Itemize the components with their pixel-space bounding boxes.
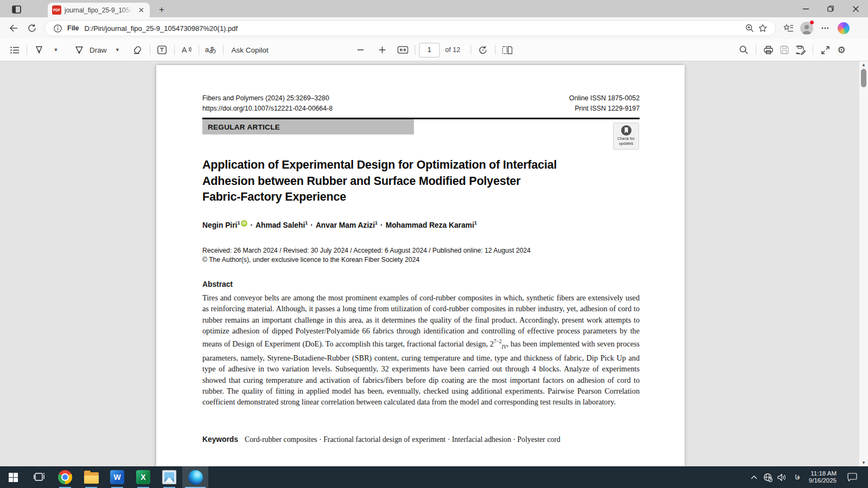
keywords-text: Cord-rubber composites · Fractional fact…: [245, 435, 560, 444]
address-scheme-label: File: [67, 24, 79, 32]
scroll-down-icon[interactable]: ▼: [859, 460, 868, 465]
taskbar-edge-active[interactable]: [182, 466, 208, 488]
browser-menu-icon[interactable]: [817, 20, 833, 36]
zoom-page-icon[interactable]: [743, 22, 756, 35]
search-icon[interactable]: [736, 42, 752, 58]
toolbar-right-group: ⚙: [736, 42, 850, 58]
network-globe-icon[interactable]: [761, 466, 775, 488]
copilot-icon[interactable]: [835, 20, 852, 36]
tab-close-icon[interactable]: [137, 6, 145, 15]
address-url[interactable]: D:/Piri/journal_fipo_25-9_1054730987%20(…: [85, 24, 743, 33]
eraser-icon[interactable]: [130, 42, 146, 58]
save-as-icon[interactable]: [793, 42, 809, 58]
journal-header: Fibers and Polymers (2024) 25:3269–3280 …: [202, 93, 333, 114]
new-tab-button[interactable]: +: [155, 3, 168, 16]
info-icon[interactable]: [51, 22, 64, 35]
author[interactable]: Mohammad Reza Karami1: [386, 221, 477, 229]
translate-icon[interactable]: aあ: [203, 42, 219, 58]
save-icon: [776, 42, 793, 58]
favorites-list-icon[interactable]: [780, 20, 796, 36]
favorite-star-icon[interactable]: [756, 22, 769, 35]
tab-actions-menu-icon[interactable]: [9, 3, 24, 16]
language-indicator[interactable]: فا: [789, 473, 806, 481]
page-controls: 1 of 12: [353, 42, 516, 58]
system-tray: فا 11:18 AM 9/16/2025: [747, 466, 868, 488]
address-bar-row: File D:/Piri/journal_fipo_25-9_105473098…: [0, 17, 868, 39]
pdf-file-icon: PDF: [52, 5, 61, 15]
windows-taskbar: W X فا 11:18 AM 9/16/2025: [0, 466, 868, 488]
address-bar[interactable]: File D:/Piri/journal_fipo_25-9_105473098…: [44, 20, 776, 36]
page-view-icon[interactable]: [499, 42, 515, 58]
taskbar-file-explorer[interactable]: [78, 466, 104, 488]
zoom-in-icon[interactable]: [374, 42, 391, 58]
fit-to-width-icon[interactable]: [395, 42, 411, 58]
pdf-viewer: Fibers and Polymers (2024) 25:3269–3280 …: [0, 61, 868, 466]
print-icon[interactable]: [760, 42, 776, 58]
issn-online: Online ISSN 1875-0052: [569, 93, 640, 104]
edge-icon: [188, 470, 203, 485]
author-line: Negin Piri1iD·Ahmad Salehi1·Anvar Mam Az…: [202, 220, 477, 229]
draw-dropdown-icon[interactable]: ▼: [109, 42, 125, 58]
tab-title: journal_fipo_25-9_1054730987 (1): [65, 7, 133, 14]
back-icon[interactable]: [5, 20, 22, 36]
article-title: Application of Experimental Design for O…: [202, 157, 557, 206]
word-icon: W: [110, 470, 124, 484]
doi-link[interactable]: https://doi.org/10.1007/s12221-024-00664…: [202, 104, 333, 114]
abstract-text: Tires and conveyor belts are among the m…: [202, 292, 640, 408]
excel-icon: X: [136, 470, 150, 484]
draw-pen-icon[interactable]: [71, 42, 87, 58]
restore-button[interactable]: [818, 0, 843, 17]
taskbar-photos[interactable]: [156, 466, 182, 488]
highlighter-icon[interactable]: [31, 42, 47, 58]
received-line: Received: 26 March 2024 / Revised: 30 Ju…: [202, 246, 531, 255]
scroll-up-icon[interactable]: ▲: [859, 62, 868, 67]
crossmark-icon: [621, 125, 632, 136]
settings-gear-icon[interactable]: ⚙: [833, 42, 850, 58]
article-type-banner: REGULAR ARTICLE: [202, 119, 414, 134]
document-outline-icon[interactable]: [7, 42, 23, 58]
page-number-input[interactable]: 1: [419, 43, 440, 57]
pdf-toolbar: ▼ Draw ▼ A aあ Ask Copilot: [0, 39, 868, 61]
vertical-scrollbar[interactable]: ▲ ▼: [859, 61, 868, 466]
taskbar-word[interactable]: W: [104, 466, 130, 488]
ask-copilot-button[interactable]: Ask Copilot: [232, 46, 269, 54]
fullscreen-icon[interactable]: [817, 42, 833, 58]
refresh-icon[interactable]: [24, 20, 40, 36]
taskbar-clock[interactable]: 11:18 AM 9/16/2025: [809, 470, 837, 485]
rotate-icon[interactable]: [475, 42, 491, 58]
keywords-line: KeywordsCord-rubber composites · Fractio…: [202, 435, 640, 444]
highlighter-dropdown-icon[interactable]: ▼: [47, 42, 63, 58]
pdf-page: Fibers and Polymers (2024) 25:3269–3280 …: [156, 65, 685, 466]
add-text-icon[interactable]: [154, 42, 170, 58]
draw-label[interactable]: Draw: [90, 46, 107, 54]
zoom-out-icon[interactable]: [353, 42, 369, 58]
taskbar-chrome[interactable]: [52, 466, 78, 488]
svg-text:A: A: [182, 46, 187, 54]
article-history: Received: 26 March 2024 / Revised: 30 Ju…: [202, 246, 531, 265]
edge-window: PDF journal_fipo_25-9_1054730987 (1) + F…: [0, 0, 868, 488]
tab-bar: PDF journal_fipo_25-9_1054730987 (1) +: [0, 0, 868, 17]
profile-avatar[interactable]: [799, 20, 815, 36]
taskbar-excel[interactable]: X: [130, 466, 156, 488]
orcid-icon[interactable]: iD: [241, 220, 247, 227]
page-count-label: of 12: [445, 46, 461, 54]
read-aloud-icon[interactable]: A: [178, 42, 195, 58]
task-view-button[interactable]: [26, 466, 52, 488]
photos-icon: [162, 470, 176, 484]
scrollbar-thumb[interactable]: [861, 69, 866, 87]
browser-tab[interactable]: PDF journal_fipo_25-9_1054730987 (1): [48, 3, 150, 17]
hidden-icons-chevron[interactable]: [747, 466, 761, 488]
author[interactable]: Negin Piri1: [202, 221, 240, 229]
tray-time: 11:18 AM: [809, 470, 837, 478]
issn-print: Print ISSN 1229-9197: [569, 104, 640, 114]
check-for-updates-badge[interactable]: Check forupdates: [613, 123, 639, 150]
minimize-button[interactable]: [793, 0, 818, 17]
start-button[interactable]: [0, 466, 26, 488]
abstract-heading: Abstract: [202, 280, 233, 288]
author[interactable]: Anvar Mam Azizi1: [316, 221, 378, 229]
close-window-button[interactable]: [843, 0, 868, 17]
action-center-icon[interactable]: [842, 466, 863, 488]
volume-icon[interactable]: [775, 466, 789, 488]
author[interactable]: Ahmad Salehi1: [256, 221, 308, 229]
journal-citation: Fibers and Polymers (2024) 25:3269–3280: [202, 93, 333, 104]
